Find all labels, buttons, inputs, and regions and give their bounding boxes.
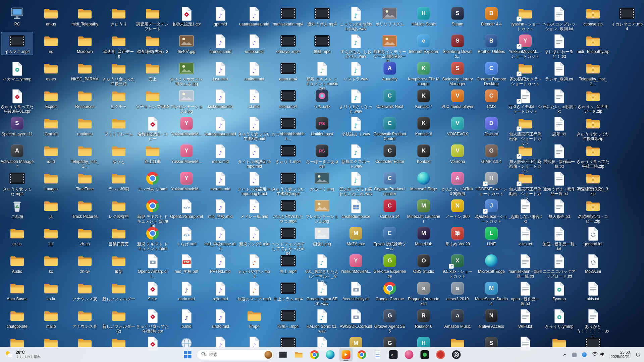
desktop-icon[interactable]: teion.mp4 xyxy=(272,87,304,110)
desktop-icon[interactable]: CCubase 14 xyxy=(374,197,406,220)
desktop-icon[interactable]: GGIMP 3.0.4 xyxy=(476,142,507,165)
desktop-icon[interactable]: en-us xyxy=(35,5,67,27)
desktop-icon[interactable]: ↗万引きメモ.txt - ショートカット xyxy=(509,87,541,114)
desktop-icon[interactable]: きゅうり食ってた.mp4 xyxy=(1,170,33,197)
desktop-icon[interactable]: 路上駐車 xyxy=(137,142,168,165)
desktop-icon[interactable]: ja xyxy=(35,197,67,220)
weather-widget[interactable]: 28°C くもりのち晴れ xyxy=(1,348,44,361)
desktop-icon[interactable]: SSteam xyxy=(442,5,473,27)
desktop-icon[interactable]: open.mp4 xyxy=(272,60,304,82)
desktop-icon[interactable]: ♪hamusu.mid xyxy=(205,32,236,55)
desktop-icon[interactable]: 通知うぜえ - 親作品一覧.txt xyxy=(543,170,575,197)
desktop-icon[interactable]: LLINE xyxy=(476,225,507,247)
desktop-icon[interactable]: きゅうり食ってた午後3時.cpr xyxy=(137,307,168,334)
desktop-icon[interactable]: ポリリリリズム xyxy=(374,5,406,27)
desktop-icon[interactable]: PSおーぼーまにあ.ppsf xyxy=(306,142,338,169)
desktop-icon[interactable]: zh-cn xyxy=(69,225,101,247)
desktop-icon[interactable]: es-es xyxy=(35,60,67,82)
desktop-icon[interactable]: DDiscord xyxy=(476,115,507,137)
desktop-icon[interactable]: ar-sa xyxy=(1,225,33,247)
desktop-icon[interactable]: H↗HDDFMT.exe - ショートカット xyxy=(476,170,507,197)
desktop-icon[interactable]: CCrypton Product Installer xyxy=(374,170,406,197)
tray-app-blue-icon[interactable] xyxy=(580,349,589,361)
desktop-icon[interactable]: ksks.txt xyxy=(509,225,541,247)
desktop-icon[interactable]: ♪meroin.mid xyxy=(205,170,236,192)
taskbar-app-media-app[interactable] xyxy=(402,348,416,361)
desktop-icon[interactable]: CCakewalk Next xyxy=(374,87,406,110)
desktop-icon[interactable]: 新しいフォルダー xyxy=(103,280,135,302)
desktop-icon[interactable]: ♪答え知ってても笑わないわこれ.wav xyxy=(340,170,372,197)
desktop-icon[interactable]: ↗家の防犯カメラ - ショートカット xyxy=(509,60,541,87)
desktop-icon[interactable]: ♪よりうるさくなった.wav xyxy=(340,87,372,114)
desktop-icon[interactable]: cubase.zip xyxy=(577,5,609,27)
desktop-icon[interactable]: きゅうり食ってた午後3時.zip xyxy=(577,115,609,142)
desktop-icon[interactable]: Track Pictures xyxy=(69,197,101,220)
desktop-icon[interactable]: Nノートン 360 xyxy=(442,197,473,220)
taskbar-app-recorder-app[interactable] xyxy=(434,348,447,361)
desktop-icon[interactable]: きゅうり_音声用データ.zip xyxy=(577,87,609,114)
desktop-icon[interactable]: CCakewalk Product Center xyxy=(374,115,406,142)
desktop-icon[interactable]: midi_Telepathy xyxy=(69,5,101,27)
desktop-icon[interactable]: ko xyxy=(35,252,67,275)
desktop-icon[interactable]: ごみ箱 xyxy=(1,197,33,220)
desktop-icon[interactable]: YYukkuriMovieM... xyxy=(171,170,202,192)
desktop-icon[interactable]: ♪aorin.mid xyxy=(171,280,202,302)
desktop-icon[interactable]: 調査練習(失敗)_3 xyxy=(137,32,168,55)
desktop-icon[interactable]: 通知うぜえ.mp4 xyxy=(306,5,338,27)
desktop-icon[interactable]: Accessibility.dll xyxy=(340,280,372,302)
desktop-icon[interactable]: きゅうり.ymmp xyxy=(543,307,575,329)
desktop-icon[interactable]: MMuseScore Studio 4 xyxy=(476,280,507,307)
desktop-icon[interactable]: chatgpt-site xyxy=(1,307,33,329)
desktop-icon[interactable]: BBrother Utilities xyxy=(476,32,507,55)
taskbar-app-yukkuri-movie-maker[interactable] xyxy=(339,348,353,361)
taskbar-app-chrome[interactable] xyxy=(308,348,321,361)
desktop-icon[interactable]: midi_Telepathy.zip xyxy=(577,32,609,55)
desktop-icon[interactable]: テンポあて.html xyxy=(137,170,168,192)
desktop-icon[interactable]: ↗syasinn - ショートカット xyxy=(509,5,541,32)
desktop-icon[interactable]: AActivation Manager xyxy=(1,142,33,169)
desktop-icon[interactable]: ♪gpt.mid xyxy=(205,5,236,27)
desktop-icon[interactable]: Google Chrome xyxy=(374,280,406,302)
desktop-icon[interactable]: Fmp4 xyxy=(238,307,270,329)
desktop-icon[interactable]: CChrome Remote Desktop xyxy=(476,60,507,87)
desktop-icon[interactable]: ♪メドレー風.mid xyxy=(238,197,270,220)
desktop-icon[interactable]: Images xyxy=(35,170,67,192)
desktop-icon[interactable]: manisekarin - 親作品一覧.txt xyxy=(509,252,541,279)
desktop-icon[interactable]: X↗9.5.xlsx - ショートカット xyxy=(442,252,473,279)
desktop-icon[interactable]: SSteinberg Downlo... xyxy=(442,32,473,59)
desktop-icon[interactable]: NNative Access xyxy=(476,307,507,329)
desktop-icon[interactable]: きゅうり食ってた午後三時 xyxy=(103,60,135,87)
desktop-icon[interactable]: ♪mero.mid xyxy=(205,142,236,165)
desktop-icon[interactable]: malib xyxy=(35,307,67,329)
desktop-icon[interactable]: ♪わかりやすい.mp3 xyxy=(238,252,270,279)
desktop-icon[interactable]: 羽尻へ.mp4 xyxy=(272,307,304,329)
desktop-icon[interactable]: Aかんたん！AITalk 3 関西風 xyxy=(442,170,473,197)
desktop-icon[interactable]: CController Editor xyxy=(374,142,406,165)
desktop-icon[interactable]: ♪mid_学校muse.mid xyxy=(205,225,236,252)
desktop-icon[interactable]: イカマニ.mp4 xyxy=(1,32,33,55)
desktop-icon[interactable]: AWSSDK.Core.dll xyxy=(340,307,372,329)
desktop-icon[interactable]: Fymmp xyxy=(543,280,575,302)
desktop-icon[interactable]: ♪無題のスコア.mp3 xyxy=(238,280,270,302)
desktop-icon[interactable]: WIFI.txt xyxy=(509,307,541,329)
desktop-icon[interactable]: jijii xyxy=(35,225,67,247)
desktop-icon[interactable]: KKontakt 7 xyxy=(408,87,439,110)
desktop-icon[interactable]: きゅうりボカコレ用サムネ.jpg xyxy=(171,60,202,87)
desktop-icon[interactable]: きゅうり xyxy=(103,5,135,27)
desktop-icon[interactable]: 画像1.png xyxy=(306,225,338,247)
desktop-icon[interactable]: CCMS xyxy=(476,87,507,110)
desktop-icon[interactable]: YYukkuriMovieM... xyxy=(171,142,202,165)
desktop-icon[interactable]: ♪xl.mid xyxy=(238,87,270,110)
desktop-icon[interactable]: プレゼンテーション1.png xyxy=(306,197,338,224)
desktop-icon[interactable]: MMinecraft Launcher xyxy=(408,197,439,224)
desktop-icon[interactable]: ♪kiokumed.mid xyxy=(205,87,236,110)
desktop-icon[interactable]: 筆筆まめ Ver.28 xyxy=(442,225,473,247)
desktop-icon[interactable]: ラベル印刷 xyxy=(103,170,135,192)
desktop-icon[interactable]: ohhayo-.mp4 xyxy=(272,32,304,55)
desktop-icon[interactable]: 調査用データテンプレート xyxy=(137,5,168,32)
desktop-icon[interactable]: うみ.ustx xyxy=(306,87,338,110)
taskbar-app-chatgpt[interactable] xyxy=(450,348,463,361)
desktop-icon[interactable]: ♪001_東北きりたん（ノーマル）_今じゃ... xyxy=(306,252,338,284)
desktop-icon[interactable]: RReaktor 6 xyxy=(408,307,439,329)
desktop-icon[interactable]: akis.txt xyxy=(577,280,609,302)
